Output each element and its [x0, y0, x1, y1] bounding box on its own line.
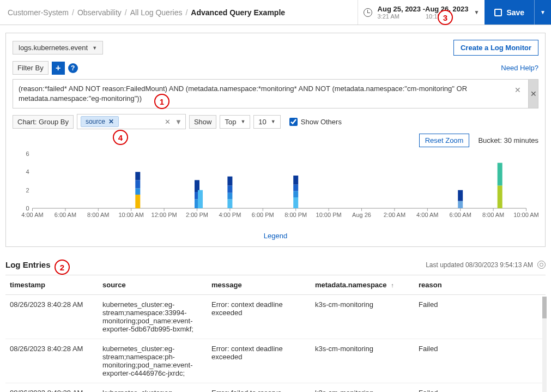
query-textarea[interactable]: [13, 79, 529, 108]
breadcrumb-sep: /: [125, 8, 127, 17]
caret-down-icon: ▼: [271, 119, 276, 124]
col-namespace[interactable]: metadata.namespace ↑: [311, 275, 414, 295]
callout-3: 3: [438, 10, 453, 25]
svg-rect-55: [498, 186, 502, 209]
cell-message: Error: context deadline exceeded: [207, 339, 311, 383]
svg-rect-50: [293, 191, 298, 198]
save-button[interactable]: Save: [485, 0, 534, 25]
callout-2: 2: [55, 260, 70, 275]
chart-area: 02464:00 AM6:00 AM8:00 AM10:00 AM12:00 P…: [13, 150, 538, 240]
svg-text:8:00 AM: 8:00 AM: [482, 212, 504, 218]
svg-text:4:00 PM: 4:00 PM: [219, 212, 241, 218]
col-reason[interactable]: reason: [414, 275, 546, 295]
svg-text:10:00 PM: 10:00 PM: [316, 212, 342, 218]
svg-rect-48: [227, 177, 232, 186]
sort-asc-icon: ↑: [391, 282, 394, 288]
svg-text:8:00 AM: 8:00 AM: [87, 212, 109, 218]
svg-rect-38: [135, 189, 140, 195]
bar-chart[interactable]: 02464:00 AM6:00 AM8:00 AM10:00 AM12:00 P…: [13, 150, 538, 227]
cell-source: kubernetes_cluster:eg-stream;namespace:3…: [98, 295, 207, 339]
show-label: Show: [189, 115, 217, 129]
cell-timestamp: 08/26/2023 8:40:29 AM: [5, 383, 98, 392]
save-label: Save: [506, 8, 524, 17]
breadcrumb-seg2[interactable]: Observability: [77, 8, 122, 17]
svg-rect-44: [198, 190, 203, 208]
help-icon[interactable]: ?: [68, 63, 78, 73]
breadcrumb-seg1[interactable]: Customer-System: [8, 8, 69, 17]
last-updated: Last updated 08/30/2023 9:54:13 AM: [426, 261, 546, 269]
svg-text:Aug 26: Aug 26: [352, 212, 371, 218]
svg-text:12:00 PM: 12:00 PM: [152, 212, 177, 218]
log-entries-title: Log Entries: [5, 260, 51, 269]
svg-text:4:00 AM: 4:00 AM: [21, 212, 43, 218]
show-others-checkbox-row[interactable]: Show Others: [289, 118, 342, 126]
svg-text:2:00 AM: 2:00 AM: [384, 212, 405, 218]
group-by-input[interactable]: source ✕ ✕ ▼: [77, 114, 186, 129]
breadcrumb-current: Advanced Query Example: [191, 8, 285, 17]
reset-zoom-button[interactable]: Reset Zoom: [419, 134, 470, 147]
svg-text:6:00 AM: 6:00 AM: [55, 212, 76, 218]
col-source[interactable]: source: [98, 275, 207, 295]
cell-message: Error: context deadline exceeded: [207, 295, 311, 339]
svg-rect-40: [135, 172, 140, 180]
svg-text:6:00 AM: 6:00 AM: [450, 212, 471, 218]
callout-1: 1: [154, 94, 169, 109]
cell-timestamp: 08/26/2023 8:40:28 AM: [5, 339, 98, 383]
dataset-selector[interactable]: logs.kubernetes.event ▼: [13, 41, 103, 55]
table-row[interactable]: 08/26/2023 8:40:28 AMkubernetes_cluster:…: [5, 339, 546, 383]
scrollbar-track[interactable]: [542, 297, 547, 392]
clear-query-button[interactable]: ✕: [514, 86, 521, 94]
svg-rect-47: [227, 186, 232, 193]
chip-text: source: [86, 118, 105, 125]
legend-toggle[interactable]: Legend: [13, 232, 538, 240]
table-row[interactable]: 08/26/2023 8:40:29 AMkubernetes_cluster:…: [5, 383, 546, 392]
col-timestamp[interactable]: timestamp: [5, 275, 98, 295]
col-message[interactable]: message: [207, 275, 311, 295]
query-remove-handle[interactable]: ✕: [529, 79, 538, 108]
create-log-monitor-button[interactable]: Create a Log Monitor: [453, 40, 538, 56]
svg-rect-51: [293, 185, 298, 191]
cell-namespace: k3s-cm-monitoring: [311, 383, 414, 392]
breadcrumb: Customer-System / Observability / All Lo…: [0, 8, 358, 17]
svg-text:2: 2: [26, 187, 29, 194]
cell-timestamp: 08/26/2023 8:40:28 AM: [5, 295, 98, 339]
save-more-button[interactable]: ▼: [534, 0, 551, 25]
svg-rect-53: [458, 201, 463, 208]
cell-reason: Failed: [414, 383, 546, 392]
group-by-label: Chart: Group By: [13, 115, 74, 129]
svg-text:10:00 AM: 10:00 AM: [513, 212, 538, 218]
cell-source: kubernetes_cluster:eg-stream;namespace:p…: [98, 339, 207, 383]
gear-icon[interactable]: [537, 261, 546, 269]
show-mode-select[interactable]: Top ▼: [220, 115, 250, 129]
need-help-link[interactable]: Need Help?: [501, 64, 538, 72]
chevron-down-icon: ▼: [474, 9, 479, 15]
bucket-label: Bucket: 30 minutes: [478, 136, 538, 144]
svg-rect-56: [498, 163, 502, 186]
chip-remove-icon[interactable]: ✕: [108, 118, 114, 125]
cell-namespace: k3s-cm-monitoring: [311, 295, 414, 339]
svg-rect-49: [293, 197, 298, 208]
scrollbar-thumb[interactable]: [542, 297, 547, 318]
cell-message: Error: failed to reserve: [207, 383, 311, 392]
col-namespace-text: metadata.namespace: [315, 281, 387, 289]
svg-text:2:00 PM: 2:00 PM: [186, 212, 208, 218]
svg-rect-52: [293, 176, 298, 185]
show-mode-value: Top: [225, 118, 236, 126]
timerange-picker[interactable]: Aug 25, 2023 -Aug 26, 2023 3:21 AM 10:15…: [358, 0, 485, 25]
table-row[interactable]: 08/26/2023 8:40:28 AMkubernetes_cluster:…: [5, 295, 546, 339]
clear-groupby-icon[interactable]: ✕: [165, 118, 171, 126]
show-count-value: 10: [258, 118, 266, 126]
show-others-checkbox[interactable]: [289, 118, 298, 126]
add-filter-button[interactable]: +: [52, 62, 65, 75]
show-others-label: Show Others: [301, 118, 342, 126]
cell-namespace: k3s-cm-monitoring: [311, 339, 414, 383]
log-entries-section: Log Entries Last updated 08/30/2023 9:54…: [5, 260, 546, 392]
svg-rect-39: [135, 180, 140, 189]
breadcrumb-seg3[interactable]: All Log Queries: [130, 8, 183, 17]
filter-by-label: Filter By: [13, 61, 49, 75]
cell-source: kubernetes_cluster:eg-: [98, 383, 207, 392]
last-updated-text: Last updated 08/30/2023 9:54:13 AM: [426, 261, 533, 269]
clock-icon: [364, 8, 372, 17]
show-count-select[interactable]: 10 ▼: [253, 115, 280, 129]
caret-down-icon[interactable]: ▼: [175, 118, 182, 126]
